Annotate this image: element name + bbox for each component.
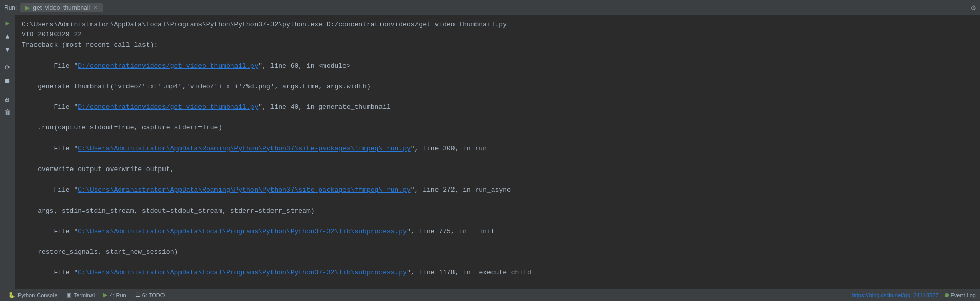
console-line-2: VID_20190329_22 xyxy=(22,30,974,40)
line8-suffix: ", line 300, in run xyxy=(411,145,487,153)
line10-link[interactable]: C:\Users\Administrator\AppData\Roaming\P… xyxy=(78,186,411,194)
line14-link[interactable]: C:\Users\Administrator\AppData\Local\Pro… xyxy=(78,269,407,276)
tab-name: get_video_thumbnail xyxy=(33,4,90,11)
line12-prefix: File " xyxy=(46,228,78,235)
run-tab[interactable]: ▶ get_video_thumbnail ✕ xyxy=(20,3,103,12)
toolbar-divider-2 xyxy=(3,90,13,90)
line6-prefix: File " xyxy=(46,103,78,111)
print-button[interactable]: 🖨 xyxy=(2,93,13,105)
settings-icon[interactable]: ⚙ xyxy=(971,3,976,13)
console-line-9: overwrite_output=overwrite_output, xyxy=(22,164,974,175)
console-line-12: File "C:\Users\Administrator\AppData\Loc… xyxy=(22,216,974,247)
line6-link[interactable]: D:/concentrationvideos/get_video_thumbna… xyxy=(78,103,258,111)
console-line-13: restore_signals, start_new_session) xyxy=(22,247,974,257)
line14-suffix: ", line 1178, in _execute_child xyxy=(407,269,531,276)
main-content: ▶ ▲ ▼ ⟳ ⏹ 🖨 🗑 C:\Users\Administrator\App… xyxy=(0,15,980,289)
event-log-item[interactable]: Event Log xyxy=(945,292,976,298)
line10-prefix: File " xyxy=(46,186,78,194)
rerun-button[interactable]: ⟳ xyxy=(2,62,13,73)
todo-icon: ☰ xyxy=(135,292,140,298)
left-toolbar: ▶ ▲ ▼ ⟳ ⏹ 🖨 🗑 xyxy=(0,15,15,289)
status-bar: 🐍 Python Console ▣ Terminal ▶ 4: Run ☰ 6… xyxy=(0,289,980,301)
line4-link[interactable]: D:/concentrationvideos/get_video_thumbna… xyxy=(78,62,258,70)
run-icon-bottom: ▶ xyxy=(103,292,107,298)
todo-label: 6: TODO xyxy=(142,292,165,298)
event-log-label: Event Log xyxy=(950,292,976,298)
tab-icon: ▶ xyxy=(25,4,30,11)
clear-button[interactable]: 🗑 xyxy=(2,107,13,118)
terminal-label: Terminal xyxy=(74,292,95,298)
console-line-7: .run(capture_stdout=True, capture_stderr… xyxy=(22,123,974,133)
run-button[interactable]: ▶ xyxy=(2,17,13,29)
terminal-icon: ▣ xyxy=(66,292,71,298)
event-log-dot xyxy=(945,293,949,297)
toolbar-divider-1 xyxy=(3,59,13,59)
python-console-label: Python Console xyxy=(17,292,58,298)
status-right: https://blog.csdn.net/qq_24118527 Event … xyxy=(852,292,976,298)
console-line-14: File "C:\Users\Administrator\AppData\Loc… xyxy=(22,257,974,288)
line4-prefix: File " xyxy=(46,62,78,70)
console-line-4: File "D:/concentrationvideos/get_video_t… xyxy=(22,50,974,81)
line4-suffix: ", line 60, in <module> xyxy=(258,62,350,70)
todo-tab[interactable]: ☰ 6: TODO xyxy=(131,289,169,301)
console-line-11: args, stdin=stdin_stream, stdout=stdout_… xyxy=(22,206,974,216)
close-tab-icon[interactable]: ✕ xyxy=(93,4,98,11)
console-line-5: generate_thumbnail('video/'+x+'.mp4','vi… xyxy=(22,82,974,92)
run-label: Run: xyxy=(4,4,17,11)
line10-suffix: ", line 272, in run_async xyxy=(411,186,511,194)
line12-suffix: ", line 775, in __init__ xyxy=(407,228,503,235)
console-line-8: File "C:\Users\Administrator\AppData\Roa… xyxy=(22,134,974,164)
console-line-1: C:\Users\Administrator\AppData\Local\Pro… xyxy=(22,20,974,30)
scroll-down-button[interactable]: ▼ xyxy=(2,44,13,55)
python-console-icon: 🐍 xyxy=(8,292,15,298)
line8-link[interactable]: C:\Users\Administrator\AppData\Roaming\P… xyxy=(78,145,411,153)
top-bar: Run: ▶ get_video_thumbnail ✕ ⚙ xyxy=(0,0,980,15)
scroll-up-button[interactable]: ▲ xyxy=(2,31,13,42)
run-tab-bottom[interactable]: ▶ 4: Run xyxy=(99,289,130,301)
line14-prefix: File " xyxy=(46,269,78,276)
terminal-tab[interactable]: ▣ Terminal xyxy=(62,289,99,301)
line8-prefix: File " xyxy=(46,145,78,153)
python-console-tab[interactable]: 🐍 Python Console xyxy=(4,289,62,301)
line12-link[interactable]: C:\Users\Administrator\AppData\Local\Pro… xyxy=(78,228,407,235)
console-output: C:\Users\Administrator\AppData\Local\Pro… xyxy=(15,15,980,289)
console-line-3: Traceback (most recent call last): xyxy=(22,40,974,50)
console-line-10: File "C:\Users\Administrator\AppData\Roa… xyxy=(22,175,974,205)
console-line-6: File "D:/concentrationvideos/get_video_t… xyxy=(22,92,974,123)
stop-button[interactable]: ⏹ xyxy=(2,76,13,87)
line6-suffix: ", line 40, in generate_thumbnail xyxy=(258,103,390,111)
csdn-link[interactable]: https://blog.csdn.net/qq_24118527 xyxy=(852,292,939,298)
run-label-bottom: 4: Run xyxy=(110,292,126,298)
